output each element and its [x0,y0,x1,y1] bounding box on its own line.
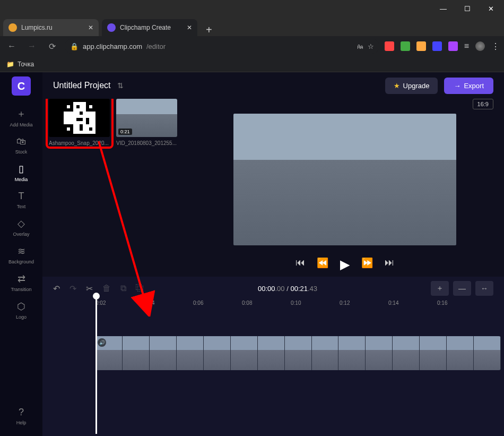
split-button[interactable]: ✂ [86,284,93,294]
shop-icon: 🛍 [16,136,26,147]
sidebar-item-transition[interactable]: ⇄Transition [3,269,40,296]
new-tab-button[interactable]: + [202,24,216,36]
duration-badge: 0:21 [118,129,132,135]
ruler-tick: 0:12 [340,300,388,315]
sidebar-label: Background [8,259,34,264]
timecode: 00:00.00 / 00:21.43 [258,285,317,293]
svg-rect-8 [80,112,83,115]
close-tab-icon[interactable]: ✕ [88,24,93,31]
video-track[interactable]: 🔊 [95,336,501,370]
undo-button[interactable]: ↶ [53,284,60,294]
sidebar-label: Media [15,177,28,182]
extension-icon[interactable] [432,41,442,51]
ruler-tick: 0:06 [193,300,242,315]
url-host: app.clipchamp.com [83,42,142,50]
audio-icon[interactable]: 🔊 [98,338,106,347]
browser-tab[interactable]: Lumpics.ru ✕ [3,19,99,36]
star-icon[interactable]: ☆ [368,42,374,50]
extension-icon[interactable] [401,41,410,51]
sidebar-item-add-media[interactable]: ＋Add Media [3,103,40,132]
delete-button[interactable]: 🗑 [102,284,111,293]
bookmark-folder[interactable]: Точка [18,61,34,68]
reload-button[interactable]: ⟳ [45,41,59,52]
svg-rect-7 [76,105,80,108]
redo-button[interactable]: ↷ [69,284,76,294]
copy-button[interactable]: ⧉ [120,284,126,293]
preview-panel: 16:9 ⏮ ⏪ ▶ ⏩ ⏭ [186,99,504,277]
translate-icon[interactable]: 🗛 [357,42,363,50]
sidebar-label: Text [17,204,26,209]
forward-button[interactable]: → [24,41,39,51]
reader-icon[interactable]: ≡ [464,41,469,51]
skip-start-button[interactable]: ⏮ [296,257,305,272]
ruler-tick: 0:04 [144,300,193,315]
svg-rect-11 [80,124,83,131]
project-title[interactable]: Untitled Project [53,81,111,90]
sidebar-item-background[interactable]: ≋Background [3,241,40,269]
sidebar-label: Add Media [10,122,32,127]
qr-code-icon [49,99,110,137]
sidebar-item-help[interactable]: ?Help [3,403,40,430]
media-panel: Ashampoo_Snap_2020... 0:21 VID_20180803_… [42,99,186,277]
media-thumbnail[interactable]: Ashampoo_Snap_2020... [49,99,110,277]
sidebar-label: Overlay [13,232,29,237]
aspect-ratio-button[interactable]: 16:9 [473,99,493,109]
sidebar-item-overlay[interactable]: ◇Overlay [3,213,40,241]
video-preview[interactable] [233,114,456,245]
rewind-button[interactable]: ⏪ [317,257,328,272]
ruler-tick: 0:08 [242,300,291,315]
playhead[interactable] [95,296,97,434]
address-bar: ← → ⟳ 🔒 app.clipchamp.com/editor 🗛 ☆ ≡ ⋮ [0,36,504,56]
timeline-area: ↶ ↷ ✂ 🗑 ⧉ ⿻ 00:00.00 / 00:21.43 ＋ — ↔ 0:… [42,277,504,436]
sidebar-label: Help [16,420,27,425]
tab-title: Clipchamp Create [120,24,171,31]
help-icon: ? [19,407,24,418]
extension-icon[interactable] [448,41,458,51]
close-window-button[interactable]: ✕ [479,0,503,17]
plus-icon: ＋ [16,107,26,120]
text-icon: T [19,191,24,202]
duplicate-button[interactable]: ⿻ [136,284,144,293]
timeline-ruler[interactable]: 0:02 0:04 0:06 0:08 0:10 0:12 0:14 0:16 [42,300,504,315]
zoom-in-button[interactable]: ＋ [431,281,449,296]
window-titlebar: — ☐ ✕ [0,0,504,17]
close-tab-icon[interactable]: ✕ [187,24,192,31]
extensions: ≡ ⋮ [385,41,500,52]
zoom-out-button[interactable]: — [453,281,471,296]
browser-tab-active[interactable]: Clipchamp Create ✕ [102,19,197,36]
maximize-button[interactable]: ☐ [455,0,479,17]
browser-tabs: Lumpics.ru ✕ Clipchamp Create ✕ + [0,17,504,36]
url-input[interactable]: 🔒 app.clipchamp.com/editor 🗛 ☆ [65,39,379,54]
sidebar-item-stock[interactable]: 🛍Stock [3,132,40,159]
upgrade-button[interactable]: ★Upgrade [385,78,438,94]
zoom-fit-button[interactable]: ↔ [475,281,493,296]
play-button[interactable]: ▶ [340,257,350,272]
sidebar-item-logo[interactable]: ⬡Logo [3,296,40,324]
sidebar-item-media[interactable]: ▯Media [3,159,40,186]
menu-icon[interactable]: ⋮ [491,41,500,52]
svg-rect-2 [67,105,70,108]
url-path: /editor [146,42,166,50]
sidebar-item-text[interactable]: TText [3,186,40,213]
sidebar-label: Transition [11,287,31,292]
avatar-icon[interactable] [475,41,485,51]
back-button[interactable]: ← [4,41,19,51]
app-logo[interactable]: C [12,76,31,96]
forward-button[interactable]: ⏩ [361,257,373,272]
folder-icon: 📁 [6,61,14,68]
export-label: Export [464,82,484,90]
media-name: Ashampoo_Snap_2020... [49,140,110,146]
media-thumbnail[interactable]: 0:21 VID_20180803_201255... [116,99,177,277]
extension-icon[interactable] [416,41,426,51]
lock-icon: 🔒 [70,42,79,50]
ruler-tick: 0:16 [437,300,486,315]
ruler-tick: 0:10 [291,300,340,315]
ruler-tick: 0:02 [95,300,144,315]
skip-end-button[interactable]: ⏭ [385,257,394,272]
overlay-icon: ◇ [18,218,25,229]
extension-icon[interactable] [385,41,394,51]
minimize-button[interactable]: — [431,0,455,17]
export-button[interactable]: →Export [444,78,493,94]
favicon-icon [107,23,116,32]
svg-rect-12 [89,127,92,131]
